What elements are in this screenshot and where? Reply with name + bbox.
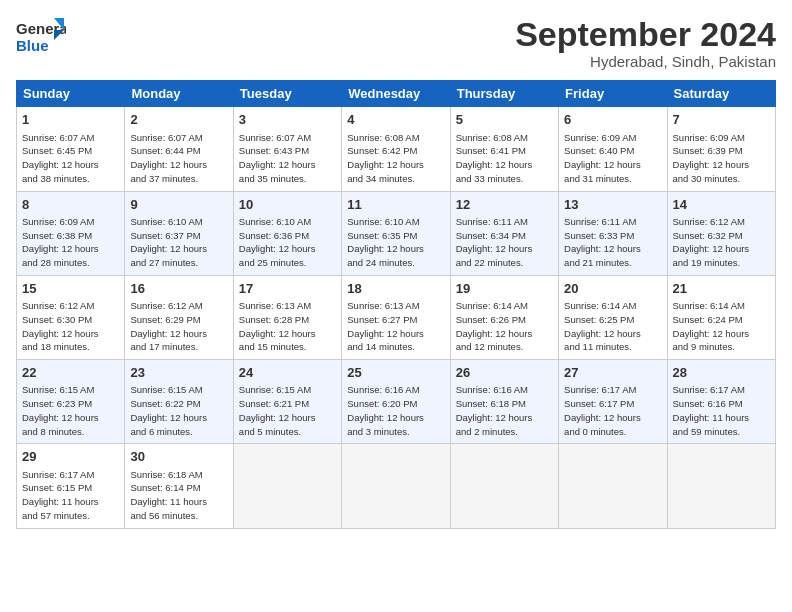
table-cell: 15Sunrise: 6:12 AM Sunset: 6:30 PM Dayli… (17, 275, 125, 359)
day-info: Sunrise: 6:10 AM Sunset: 6:36 PM Dayligh… (239, 215, 336, 270)
table-cell: 9Sunrise: 6:10 AM Sunset: 6:37 PM Daylig… (125, 191, 233, 275)
day-number: 11 (347, 196, 444, 214)
day-number: 10 (239, 196, 336, 214)
day-number: 2 (130, 111, 227, 129)
day-info: Sunrise: 6:07 AM Sunset: 6:45 PM Dayligh… (22, 131, 119, 186)
day-number: 9 (130, 196, 227, 214)
day-info: Sunrise: 6:15 AM Sunset: 6:21 PM Dayligh… (239, 383, 336, 438)
day-number: 21 (673, 280, 770, 298)
day-number: 18 (347, 280, 444, 298)
day-info: Sunrise: 6:14 AM Sunset: 6:26 PM Dayligh… (456, 299, 553, 354)
page: General Blue September 2024 Hyderabad, S… (0, 0, 792, 539)
table-cell: 8Sunrise: 6:09 AM Sunset: 6:38 PM Daylig… (17, 191, 125, 275)
day-number: 3 (239, 111, 336, 129)
day-info: Sunrise: 6:15 AM Sunset: 6:23 PM Dayligh… (22, 383, 119, 438)
table-cell: 14Sunrise: 6:12 AM Sunset: 6:32 PM Dayli… (667, 191, 775, 275)
calendar-header-row: Sunday Monday Tuesday Wednesday Thursday… (17, 81, 776, 107)
week-row-4: 22Sunrise: 6:15 AM Sunset: 6:23 PM Dayli… (17, 360, 776, 444)
col-monday: Monday (125, 81, 233, 107)
day-info: Sunrise: 6:11 AM Sunset: 6:33 PM Dayligh… (564, 215, 661, 270)
day-info: Sunrise: 6:08 AM Sunset: 6:41 PM Dayligh… (456, 131, 553, 186)
day-number: 14 (673, 196, 770, 214)
table-cell (559, 444, 667, 528)
day-number: 8 (22, 196, 119, 214)
day-info: Sunrise: 6:07 AM Sunset: 6:44 PM Dayligh… (130, 131, 227, 186)
col-thursday: Thursday (450, 81, 558, 107)
table-cell (667, 444, 775, 528)
table-cell: 21Sunrise: 6:14 AM Sunset: 6:24 PM Dayli… (667, 275, 775, 359)
day-info: Sunrise: 6:11 AM Sunset: 6:34 PM Dayligh… (456, 215, 553, 270)
table-cell: 29Sunrise: 6:17 AM Sunset: 6:15 PM Dayli… (17, 444, 125, 528)
subtitle: Hyderabad, Sindh, Pakistan (515, 53, 776, 70)
table-cell: 17Sunrise: 6:13 AM Sunset: 6:28 PM Dayli… (233, 275, 341, 359)
col-friday: Friday (559, 81, 667, 107)
day-info: Sunrise: 6:09 AM Sunset: 6:39 PM Dayligh… (673, 131, 770, 186)
day-number: 4 (347, 111, 444, 129)
table-cell: 19Sunrise: 6:14 AM Sunset: 6:26 PM Dayli… (450, 275, 558, 359)
table-cell: 11Sunrise: 6:10 AM Sunset: 6:35 PM Dayli… (342, 191, 450, 275)
calendar: Sunday Monday Tuesday Wednesday Thursday… (16, 80, 776, 528)
col-wednesday: Wednesday (342, 81, 450, 107)
table-cell: 20Sunrise: 6:14 AM Sunset: 6:25 PM Dayli… (559, 275, 667, 359)
day-info: Sunrise: 6:18 AM Sunset: 6:14 PM Dayligh… (130, 468, 227, 523)
table-cell: 3Sunrise: 6:07 AM Sunset: 6:43 PM Daylig… (233, 107, 341, 191)
svg-text:Blue: Blue (16, 37, 49, 54)
day-info: Sunrise: 6:12 AM Sunset: 6:32 PM Dayligh… (673, 215, 770, 270)
table-cell: 12Sunrise: 6:11 AM Sunset: 6:34 PM Dayli… (450, 191, 558, 275)
table-cell: 5Sunrise: 6:08 AM Sunset: 6:41 PM Daylig… (450, 107, 558, 191)
table-cell (342, 444, 450, 528)
day-info: Sunrise: 6:17 AM Sunset: 6:16 PM Dayligh… (673, 383, 770, 438)
day-info: Sunrise: 6:10 AM Sunset: 6:35 PM Dayligh… (347, 215, 444, 270)
day-info: Sunrise: 6:17 AM Sunset: 6:15 PM Dayligh… (22, 468, 119, 523)
day-number: 20 (564, 280, 661, 298)
table-cell: 24Sunrise: 6:15 AM Sunset: 6:21 PM Dayli… (233, 360, 341, 444)
day-info: Sunrise: 6:12 AM Sunset: 6:29 PM Dayligh… (130, 299, 227, 354)
day-info: Sunrise: 6:08 AM Sunset: 6:42 PM Dayligh… (347, 131, 444, 186)
table-cell: 16Sunrise: 6:12 AM Sunset: 6:29 PM Dayli… (125, 275, 233, 359)
day-info: Sunrise: 6:09 AM Sunset: 6:38 PM Dayligh… (22, 215, 119, 270)
day-number: 23 (130, 364, 227, 382)
table-cell: 4Sunrise: 6:08 AM Sunset: 6:42 PM Daylig… (342, 107, 450, 191)
day-info: Sunrise: 6:15 AM Sunset: 6:22 PM Dayligh… (130, 383, 227, 438)
day-number: 29 (22, 448, 119, 466)
day-number: 16 (130, 280, 227, 298)
table-cell: 30Sunrise: 6:18 AM Sunset: 6:14 PM Dayli… (125, 444, 233, 528)
day-number: 5 (456, 111, 553, 129)
day-info: Sunrise: 6:14 AM Sunset: 6:25 PM Dayligh… (564, 299, 661, 354)
week-row-5: 29Sunrise: 6:17 AM Sunset: 6:15 PM Dayli… (17, 444, 776, 528)
day-info: Sunrise: 6:16 AM Sunset: 6:18 PM Dayligh… (456, 383, 553, 438)
day-number: 7 (673, 111, 770, 129)
header: General Blue September 2024 Hyderabad, S… (16, 16, 776, 70)
day-number: 22 (22, 364, 119, 382)
day-number: 17 (239, 280, 336, 298)
table-cell: 7Sunrise: 6:09 AM Sunset: 6:39 PM Daylig… (667, 107, 775, 191)
week-row-1: 1Sunrise: 6:07 AM Sunset: 6:45 PM Daylig… (17, 107, 776, 191)
logo-svg: General Blue (16, 16, 66, 60)
day-info: Sunrise: 6:17 AM Sunset: 6:17 PM Dayligh… (564, 383, 661, 438)
day-number: 13 (564, 196, 661, 214)
day-info: Sunrise: 6:13 AM Sunset: 6:27 PM Dayligh… (347, 299, 444, 354)
day-number: 30 (130, 448, 227, 466)
col-tuesday: Tuesday (233, 81, 341, 107)
day-info: Sunrise: 6:10 AM Sunset: 6:37 PM Dayligh… (130, 215, 227, 270)
day-number: 28 (673, 364, 770, 382)
day-number: 6 (564, 111, 661, 129)
day-number: 27 (564, 364, 661, 382)
logo: General Blue (16, 16, 66, 60)
table-cell: 28Sunrise: 6:17 AM Sunset: 6:16 PM Dayli… (667, 360, 775, 444)
day-number: 15 (22, 280, 119, 298)
table-cell: 18Sunrise: 6:13 AM Sunset: 6:27 PM Dayli… (342, 275, 450, 359)
day-info: Sunrise: 6:07 AM Sunset: 6:43 PM Dayligh… (239, 131, 336, 186)
day-info: Sunrise: 6:13 AM Sunset: 6:28 PM Dayligh… (239, 299, 336, 354)
day-info: Sunrise: 6:14 AM Sunset: 6:24 PM Dayligh… (673, 299, 770, 354)
table-cell: 10Sunrise: 6:10 AM Sunset: 6:36 PM Dayli… (233, 191, 341, 275)
table-cell (450, 444, 558, 528)
table-cell: 25Sunrise: 6:16 AM Sunset: 6:20 PM Dayli… (342, 360, 450, 444)
col-sunday: Sunday (17, 81, 125, 107)
day-number: 26 (456, 364, 553, 382)
day-number: 19 (456, 280, 553, 298)
day-info: Sunrise: 6:09 AM Sunset: 6:40 PM Dayligh… (564, 131, 661, 186)
col-saturday: Saturday (667, 81, 775, 107)
title-block: September 2024 Hyderabad, Sindh, Pakista… (515, 16, 776, 70)
month-title: September 2024 (515, 16, 776, 53)
